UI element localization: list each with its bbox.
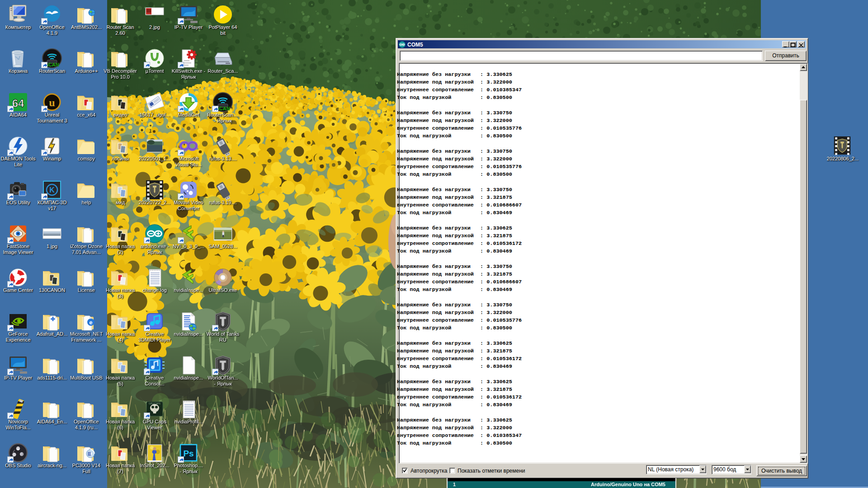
svg-text:e: e (89, 319, 92, 326)
svg-text:K: K (49, 186, 55, 194)
svg-text:u: u (49, 97, 55, 108)
svg-text:GPU CAPS: GPU CAPS (149, 402, 161, 405)
